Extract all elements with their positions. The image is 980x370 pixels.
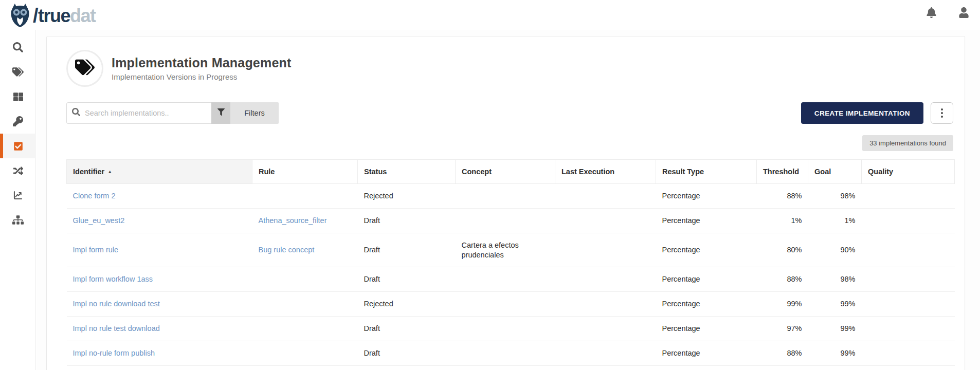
- status-cell: Draft: [358, 208, 456, 233]
- truedat-logo[interactable]: /truedat: [8, 3, 96, 28]
- column-header-concept[interactable]: Concept: [456, 160, 555, 184]
- sidebar-item-permissions[interactable]: [0, 109, 36, 134]
- last-execution-cell: [555, 341, 656, 365]
- dashboard-grid-icon: [13, 92, 23, 102]
- search-input[interactable]: [85, 109, 206, 117]
- sidebar: [0, 30, 36, 370]
- create-implementation-button[interactable]: CREATE IMPLEMENTATION: [801, 102, 923, 124]
- goal-cell: 90%: [808, 233, 862, 267]
- table-row: Impl form rule Bug rule concept Draft Ca…: [67, 233, 955, 267]
- column-header-identifier[interactable]: Identifier▲: [67, 160, 252, 184]
- status-cell: Draft: [358, 317, 456, 341]
- implementation-link[interactable]: Clone form 2: [73, 192, 116, 200]
- implementation-link[interactable]: Glue_eu_west2: [73, 216, 125, 225]
- table-body: Clone form 2 Rejected Percentage 88% 98%…: [67, 184, 955, 366]
- sidebar-item-lineage[interactable]: [0, 158, 36, 183]
- sort-asc-icon: ▲: [107, 169, 112, 174]
- table-row: Clone form 2 Rejected Percentage 88% 98%: [67, 184, 955, 209]
- table-row: Glue_eu_west2 Athena_source_filter Draft…: [67, 208, 955, 233]
- threshold-cell: 88%: [757, 267, 808, 292]
- concept-cell: Cartera a efectos prudenciales: [456, 233, 555, 267]
- funnel-icon: [217, 108, 225, 118]
- main-content-area: Implementation Management Implementation…: [37, 30, 980, 370]
- notifications-bell-icon[interactable]: [927, 7, 936, 18]
- search-box: [66, 102, 211, 124]
- concept-cell: [456, 292, 555, 317]
- implementation-link[interactable]: Impl form workflow 1ass: [73, 275, 153, 283]
- concept-cell: [456, 184, 555, 209]
- goal-cell: 99%: [808, 341, 862, 365]
- implementation-link[interactable]: Impl no rule download test: [73, 300, 160, 308]
- toolbar: Filters CREATE IMPLEMENTATION: [66, 102, 953, 124]
- user-profile-icon[interactable]: [959, 7, 969, 18]
- status-cell: Draft: [358, 233, 456, 267]
- quality-cell: [862, 292, 955, 317]
- topbar: /truedat: [0, 0, 980, 30]
- kebab-dot: [941, 108, 943, 110]
- goal-cell: 99%: [808, 292, 862, 317]
- table-row: Impl form workflow 1ass Draft Percentage…: [67, 267, 955, 292]
- column-header-quality[interactable]: Quality: [862, 160, 955, 184]
- concept-cell: [456, 341, 555, 365]
- goal-cell: 98%: [808, 184, 862, 209]
- result-type-cell: Percentage: [656, 292, 757, 317]
- key-icon: [13, 116, 23, 126]
- threshold-cell: 88%: [757, 184, 808, 209]
- implementations-table: Identifier▲ Rule Status Concept Last Exe…: [66, 159, 955, 366]
- threshold-cell: 99%: [757, 292, 808, 317]
- tags-icon: [12, 67, 24, 77]
- rule-link[interactable]: Athena_source_filter: [259, 216, 327, 225]
- implementation-link[interactable]: Impl no rule test download: [73, 324, 160, 332]
- goal-cell: 98%: [808, 267, 862, 292]
- sidebar-item-charts[interactable]: [0, 183, 36, 208]
- page-header-badge: [66, 50, 103, 87]
- last-execution-cell: [555, 233, 656, 267]
- filter-funnel-button[interactable]: [211, 102, 230, 124]
- threshold-cell: 80%: [757, 233, 808, 267]
- filters-button-label: Filters: [244, 109, 264, 117]
- sidebar-item-dashboard[interactable]: [0, 84, 36, 109]
- table-header-row: Identifier▲ Rule Status Concept Last Exe…: [67, 160, 955, 184]
- kebab-dot: [941, 112, 943, 114]
- sidebar-item-quality[interactable]: [0, 134, 36, 158]
- column-header-result-type[interactable]: Result Type: [656, 160, 757, 184]
- search-icon: [72, 108, 85, 118]
- result-type-cell: Percentage: [656, 208, 757, 233]
- result-type-cell: Percentage: [656, 267, 757, 292]
- search-filter-group: Filters: [66, 102, 279, 124]
- sidebar-item-structure[interactable]: [0, 208, 36, 232]
- column-header-rule[interactable]: Rule: [252, 160, 358, 184]
- page-header: Implementation Management Implementation…: [66, 50, 953, 87]
- last-execution-cell: [555, 184, 656, 209]
- implementation-management-card: Implementation Management Implementation…: [46, 36, 965, 370]
- results-count-badge: 33 implementations found: [862, 135, 953, 151]
- search-icon: [13, 42, 23, 52]
- column-header-status[interactable]: Status: [358, 160, 456, 184]
- quality-cell: [862, 184, 955, 209]
- table-row: Impl no-rule form publish Draft Percenta…: [67, 341, 955, 365]
- table-row: Impl no rule test download Draft Percent…: [67, 317, 955, 341]
- column-header-last-execution[interactable]: Last Execution: [555, 160, 656, 184]
- quality-cell: [862, 233, 955, 267]
- rule-link[interactable]: Bug rule concept: [259, 246, 315, 254]
- implementation-link[interactable]: Impl form rule: [73, 246, 119, 254]
- more-options-button[interactable]: [931, 102, 953, 124]
- status-cell: Rejected: [358, 292, 456, 317]
- column-header-goal[interactable]: Goal: [808, 160, 862, 184]
- owl-logo-icon: [8, 3, 32, 28]
- sitemap-icon: [12, 215, 24, 225]
- implementation-link[interactable]: Impl no-rule form publish: [73, 349, 155, 357]
- sidebar-item-search[interactable]: [0, 35, 36, 60]
- last-execution-cell: [555, 267, 656, 292]
- table-row: Impl no rule download test Rejected Perc…: [67, 292, 955, 317]
- concept-cell: [456, 208, 555, 233]
- check-square-icon: [13, 141, 23, 151]
- column-header-threshold[interactable]: Threshold: [757, 160, 808, 184]
- shuffle-icon: [13, 166, 24, 176]
- chart-line-icon: [13, 190, 23, 200]
- filters-button[interactable]: Filters: [230, 102, 279, 124]
- sidebar-item-tags[interactable]: [0, 60, 36, 84]
- quality-cell: [862, 341, 955, 365]
- results-badge-row: 33 implementations found: [66, 135, 953, 151]
- threshold-cell: 1%: [757, 208, 808, 233]
